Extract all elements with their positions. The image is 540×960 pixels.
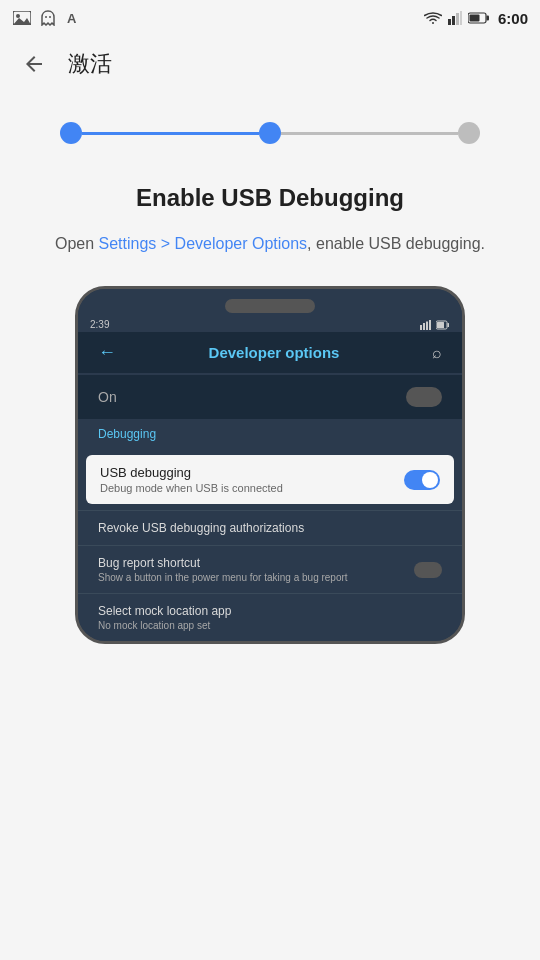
phone-mockup: 2:39 ← Developer options ⌕ On Debugging … [75, 286, 465, 644]
svg-rect-18 [437, 322, 444, 328]
wifi-icon [424, 11, 442, 25]
svg-rect-13 [423, 323, 425, 330]
svg-rect-17 [448, 323, 450, 327]
phone-nav-title: Developer options [209, 344, 340, 361]
phone-bug-toggle [414, 562, 442, 578]
phone-revoke-title: Revoke USB debugging authorizations [98, 521, 442, 535]
phone-back-icon: ← [98, 342, 116, 363]
phone-on-toggle [406, 387, 442, 407]
instruction-link[interactable]: Settings > Developer Options [99, 235, 308, 252]
phone-status-icons [420, 320, 450, 330]
main-title: Enable USB Debugging [40, 184, 500, 212]
status-time: 6:00 [498, 10, 528, 27]
status-bar-right: 6:00 [424, 10, 528, 27]
phone-notch [225, 299, 315, 313]
status-bar-left: A [12, 10, 84, 26]
back-button[interactable] [16, 46, 52, 82]
phone-notch-area [78, 289, 462, 317]
step-dot-1 [60, 122, 82, 144]
phone-mock-sub: No mock location app set [98, 620, 442, 631]
svg-point-1 [16, 14, 20, 18]
battery-icon [468, 12, 490, 24]
step-line-1 [82, 132, 259, 135]
phone-debugging-header: Debugging [78, 419, 462, 449]
phone-bug-sub: Show a button in the power menu for taki… [98, 572, 414, 583]
phone-usb-title: USB debugging [100, 465, 404, 480]
top-nav: 激活 [0, 36, 540, 92]
svg-rect-15 [429, 320, 431, 330]
phone-mock-title: Select mock location app [98, 604, 442, 618]
phone-nav-bar: ← Developer options ⌕ [78, 332, 462, 373]
phone-status-bar: 2:39 [78, 317, 462, 332]
step-indicator [0, 92, 540, 164]
svg-text:A: A [67, 11, 77, 26]
svg-rect-11 [469, 15, 479, 22]
phone-search-icon: ⌕ [432, 344, 442, 362]
instruction-part1: Open [55, 235, 99, 252]
phone-bug-title: Bug report shortcut [98, 556, 414, 570]
svg-rect-10 [486, 16, 489, 21]
instruction-text: Open Settings > Developer Options, enabl… [40, 232, 500, 256]
phone-battery-icon [436, 320, 450, 330]
phone-mock-location-row: Select mock location app No mock locatio… [78, 593, 462, 641]
phone-side-notch [462, 435, 465, 495]
status-bar: A 6:00 [0, 0, 540, 36]
phone-usb-sub: Debug mode when USB is connected [100, 482, 404, 494]
page-title: 激活 [68, 49, 112, 79]
svg-rect-7 [456, 13, 459, 25]
step-dot-3 [458, 122, 480, 144]
svg-point-2 [45, 16, 47, 18]
phone-revoke-row: Revoke USB debugging authorizations [78, 510, 462, 545]
phone-bug-report-row: Bug report shortcut Show a button in the… [78, 545, 462, 593]
ghost-icon [38, 10, 58, 26]
a-logo-icon: A [64, 10, 84, 26]
phone-status-time: 2:39 [90, 319, 109, 330]
phone-usb-debugging-row: USB debugging Debug mode when USB is con… [86, 455, 454, 504]
svg-rect-5 [448, 19, 451, 25]
svg-rect-14 [426, 321, 428, 330]
step-line-2 [281, 132, 458, 135]
svg-rect-6 [452, 16, 455, 25]
phone-usb-text: USB debugging Debug mode when USB is con… [100, 465, 404, 494]
svg-rect-12 [420, 325, 422, 330]
step-dot-2 [259, 122, 281, 144]
phone-usb-toggle [404, 470, 440, 490]
main-content: Enable USB Debugging Open Settings > Dev… [0, 164, 540, 266]
image-icon [12, 10, 32, 26]
svg-point-3 [49, 16, 51, 18]
phone-on-row: On [78, 375, 462, 419]
phone-on-label: On [98, 389, 117, 405]
signal-icon [448, 11, 462, 25]
phone-mockup-container: 2:39 ← Developer options ⌕ On Debugging … [0, 266, 540, 644]
instruction-part2: , enable USB debugging. [307, 235, 485, 252]
svg-rect-8 [460, 11, 462, 25]
phone-signal-icon [420, 320, 432, 330]
